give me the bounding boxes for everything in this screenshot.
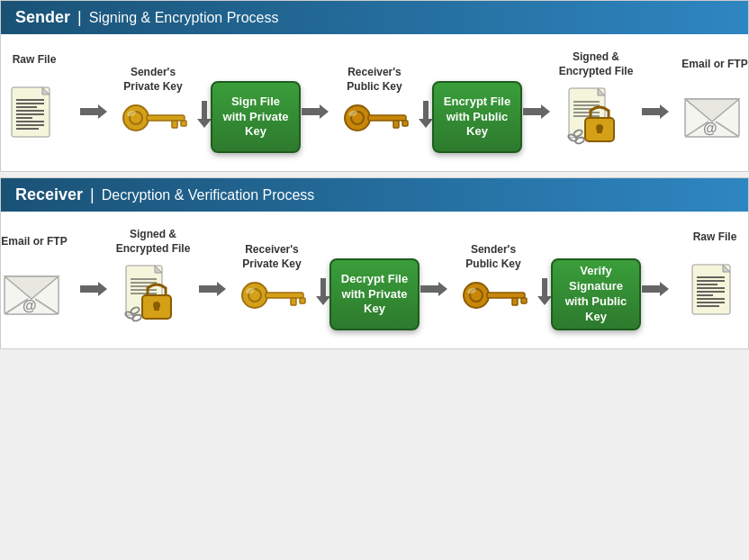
svg-marker-66 bbox=[199, 282, 226, 296]
main-container: Sender | Signing & Encryption Process Ra… bbox=[0, 0, 749, 349]
receiver-subtitle: Decryption & Verification Process bbox=[102, 187, 315, 203]
svg-point-20 bbox=[345, 105, 370, 131]
email-ftp-item: Email or FTP @ bbox=[674, 58, 749, 144]
raw-file-recv-icon bbox=[690, 263, 740, 326]
sender-flow-row: Raw File bbox=[1, 34, 748, 171]
email-ftp-label: Email or FTP bbox=[681, 58, 747, 85]
svg-point-12 bbox=[123, 105, 149, 131]
svg-marker-73 bbox=[316, 278, 330, 305]
signed-encrypted-icon bbox=[567, 84, 626, 151]
sender-header: Sender | Signing & Encryption Process bbox=[1, 1, 748, 34]
decrypt-button-label: Decrypt File with Private Key bbox=[340, 272, 409, 318]
svg-rect-77 bbox=[487, 293, 525, 298]
svg-marker-52 bbox=[80, 282, 107, 296]
sign-button-label: Sign File with Private Key bbox=[221, 95, 290, 140]
svg-rect-69 bbox=[266, 293, 303, 298]
svg-marker-74 bbox=[420, 282, 447, 296]
svg-rect-15 bbox=[172, 121, 177, 128]
svg-text:@: @ bbox=[23, 298, 37, 313]
svg-marker-41 bbox=[642, 104, 669, 119]
sender-private-key-item: Sender'sPrivate Key bbox=[113, 66, 194, 135]
signed-encrypted-recv-item: Signed &Encrypted File bbox=[113, 228, 194, 329]
receiver-header: Receiver | Decryption & Verification Pro… bbox=[1, 178, 748, 212]
svg-marker-18 bbox=[197, 101, 212, 128]
raw-file-recv-item: Raw File bbox=[674, 230, 749, 326]
svg-rect-14 bbox=[147, 115, 185, 121]
receiver-private-key-label: Receiver'sPrivate Key bbox=[242, 243, 301, 271]
svg-rect-23 bbox=[393, 121, 399, 128]
svg-rect-79 bbox=[521, 298, 527, 303]
decrypt-action-item: x Decrypt File with Private Key bbox=[334, 226, 415, 330]
receiver-public-key-icon bbox=[341, 100, 409, 136]
sender-title: Sender bbox=[15, 8, 70, 27]
receiver-public-key-label: Receiver'sPublic Key bbox=[347, 66, 402, 94]
svg-rect-37 bbox=[597, 128, 602, 133]
verify-button[interactable]: Verify Signature with Public Key bbox=[551, 258, 641, 330]
sender-separator: | bbox=[77, 8, 82, 27]
signed-encrypted-recv-label: Signed &Encrypted File bbox=[116, 228, 191, 256]
email-ftp-recv-icon: @ bbox=[3, 267, 66, 321]
encrypt-button-label: Encrypt File with Public Key bbox=[443, 95, 511, 140]
sender-public-key-item: Sender'sPublic Key bbox=[453, 243, 534, 312]
sender-public-key-icon bbox=[460, 277, 528, 313]
sender-private-key-icon bbox=[120, 100, 187, 136]
svg-text:@: @ bbox=[703, 121, 717, 136]
signed-encrypted-item: Signed &Encrypted File bbox=[555, 50, 636, 151]
arrow-2 bbox=[298, 103, 332, 121]
raw-file-label: Raw File bbox=[13, 53, 57, 80]
verify-action-item: x Verify Signature with Public Key bbox=[555, 226, 636, 330]
decrypt-button[interactable]: Decrypt File with Private Key bbox=[329, 258, 420, 330]
receiver-flow-row: Email or FTP @ Signed &Encrypted File bbox=[1, 212, 748, 348]
svg-rect-22 bbox=[368, 115, 406, 121]
svg-marker-27 bbox=[523, 104, 550, 119]
sender-public-key-label: Sender'sPublic Key bbox=[465, 243, 520, 271]
receiver-public-key-item: Receiver'sPublic Key bbox=[334, 66, 415, 135]
receiver-private-key-icon bbox=[239, 277, 306, 313]
sender-subtitle: Signing & Encryption Process bbox=[89, 10, 279, 26]
receiver-section: Receiver | Decryption & Verification Pro… bbox=[0, 177, 749, 349]
svg-rect-71 bbox=[300, 298, 305, 303]
encrypt-action-item: x Encrypt File with Public Key bbox=[437, 49, 518, 153]
arrow-4 bbox=[638, 103, 672, 121]
raw-file-item: Raw File bbox=[0, 53, 75, 149]
receiver-private-key-item: Receiver'sPrivate Key bbox=[231, 243, 312, 312]
arrow-r2 bbox=[195, 280, 230, 298]
svg-marker-11 bbox=[80, 104, 107, 119]
email-ftp-icon: @ bbox=[683, 90, 746, 144]
signed-encrypted-label: Signed &Encrypted File bbox=[559, 50, 634, 78]
svg-rect-24 bbox=[402, 121, 408, 126]
svg-point-75 bbox=[464, 283, 489, 308]
svg-rect-78 bbox=[512, 298, 518, 305]
receiver-title: Receiver bbox=[15, 185, 83, 204]
svg-rect-16 bbox=[181, 121, 186, 126]
encrypt-button[interactable]: Encrypt File with Public Key bbox=[432, 81, 522, 153]
svg-point-67 bbox=[242, 283, 267, 308]
sign-action-item: x Sign File with Private Key bbox=[215, 49, 296, 153]
svg-marker-26 bbox=[419, 101, 433, 128]
svg-marker-82 bbox=[642, 282, 669, 296]
svg-rect-70 bbox=[291, 298, 296, 305]
svg-marker-81 bbox=[537, 278, 552, 305]
arrow-r4 bbox=[638, 280, 672, 298]
sender-private-key-label: Sender'sPrivate Key bbox=[123, 66, 182, 94]
arrow-1 bbox=[77, 103, 111, 121]
sender-section: Sender | Signing & Encryption Process Ra… bbox=[0, 0, 749, 172]
receiver-separator: | bbox=[90, 185, 95, 204]
raw-file-recv-label: Raw File bbox=[693, 230, 737, 257]
raw-file-icon bbox=[10, 86, 59, 149]
arrow-r1 bbox=[77, 280, 111, 298]
arrow-r3 bbox=[417, 280, 451, 298]
email-ftp-recv-item: Email or FTP @ bbox=[0, 235, 75, 321]
email-ftp-recv-label: Email or FTP bbox=[1, 235, 67, 262]
svg-rect-62 bbox=[154, 305, 159, 311]
arrow-3 bbox=[519, 103, 554, 121]
sign-button[interactable]: Sign File with Private Key bbox=[211, 81, 301, 153]
verify-button-label: Verify Signature with Public Key bbox=[562, 264, 630, 325]
svg-marker-19 bbox=[302, 104, 329, 119]
signed-encrypted-recv-icon bbox=[124, 261, 183, 329]
